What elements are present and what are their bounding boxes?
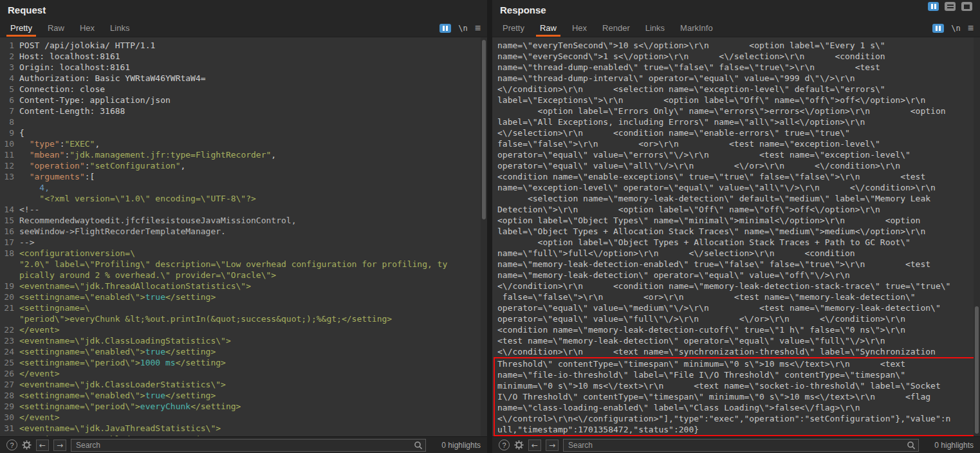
response-tabbar: PrettyRawHexRenderLinksMarkInfo \n ≡ [492,19,980,37]
response-scrollbar[interactable] [974,37,980,436]
request-line: 31<eventname=\"jdk.JavaThreadStatistics\… [0,423,487,434]
search-prev-button[interactable]: ← [528,439,541,451]
response-line: ull,"timestamp":1701358472,"status":200} [495,424,977,435]
help-icon[interactable]: ? [6,439,17,450]
response-line: name=\"thread-dump-interval\" operator=\… [492,73,980,84]
response-line: name=\"everySecond\">1 s<\/option>\r\n <… [492,51,980,62]
request-line: 25<settingname=\"period\">1000 ms</setti… [0,357,487,368]
search-next-button[interactable]: → [53,439,66,451]
newline-toggle-icon[interactable]: \n [458,24,467,33]
request-line: "2.0\" label=\"Profiling\" description=\… [0,259,487,270]
search-magnifier-icon [414,441,423,452]
response-line: operator=\"equal\" value=\"medium\"\/>\r… [492,302,980,313]
request-line: 15Recommendedwaytoedit.jfcfilesistouseJa… [0,215,487,226]
request-line: 21<settingname=\ [0,302,487,313]
response-line: name=\"class-loading-enabled\" label=\"C… [495,402,977,413]
layout-rows-icon[interactable] [945,2,956,11]
request-editor[interactable]: 1POST /api/jolokia/ HTTP/1.12Host: local… [0,37,487,436]
request-scrollbar[interactable] [481,37,487,436]
search-prev-button[interactable]: ← [36,439,49,451]
newline-toggle-icon[interactable]: \n [951,24,960,33]
request-line: 3Origin: localhost:8161 [0,62,487,73]
layout-single-icon[interactable] [961,2,972,11]
tab-raw[interactable]: Raw [44,19,68,37]
message-editor-split: Request PrettyRawHexLinks \n ≡ 1POST /ap… [0,0,980,453]
response-line: name=\"full\">full<\/option>\r\n <\/sele… [492,248,980,259]
tab-links[interactable]: Links [642,19,669,37]
response-line: Threshold\" contentType=\"timespan\" min… [495,358,977,369]
editor-menu-icon[interactable]: ≡ [475,23,481,34]
wrap-toggle-icon[interactable] [439,24,451,33]
response-line: <condition name=\"enable-exceptions\" tr… [492,171,980,182]
response-line: name=\"thread-dump-enabled\" true=\"fals… [492,62,980,73]
response-title: Response [492,0,980,19]
request-line: 26</event> [0,368,487,379]
request-search-input[interactable] [71,439,426,452]
search-settings-gear-icon[interactable] [22,440,32,450]
response-line: name=\"memory-leak-detection-enabled\" t… [492,259,980,270]
request-line: 1POST /api/jolokia/ HTTP/1.1 [0,40,487,51]
request-line: 4, [0,182,487,193]
request-line: 27<eventname=\"jdk.ClassLoaderStatistics… [0,379,487,390]
response-line: <\/control>\r\n<\/configuration>"],"type… [495,413,977,424]
response-search-input[interactable] [563,439,919,452]
request-line: 9{ [0,127,487,138]
request-line: 32<settingname=\"enabled\">true</setting… [0,434,487,436]
request-line: 10 "type":"EXEC", [0,138,487,149]
response-line: minimum=\"0 s\">10 ms<\/text>\r\n <text … [495,380,977,391]
request-line: 5Connection: close [0,84,487,95]
request-line: 16seeWindow->FlightRecorderTemplateManag… [0,226,487,237]
tab-pretty[interactable]: Pretty [6,19,36,37]
response-line: <\/condition>\r\n <selection name=\"exce… [492,84,980,95]
editor-menu-icon[interactable]: ≡ [968,23,974,34]
response-line: name=\"everyTenSecond\">10 s<\/option>\r… [492,40,980,51]
response-line: <\/condition>\r\n <condition name=\"memo… [492,281,980,291]
request-line: 13 "arguments":[ [0,171,487,182]
tab-markinfo[interactable]: MarkInfo [676,19,717,37]
request-title: Request [0,0,487,19]
help-icon[interactable]: ? [499,439,510,450]
request-line: 18<configurationversion=\ [0,248,487,259]
response-line: <option label=\"Object Types\" name=\"mi… [492,215,980,226]
search-magnifier-icon [907,441,916,452]
response-line: I\/O Threshold\" contentType=\"timespan\… [495,391,977,402]
response-highlight-box: Threshold\" contentType=\"timespan\" min… [494,357,979,436]
response-line: name=\"file-io-threshold\" label=\"File … [495,369,977,380]
response-search-bar: ? ← → 0 highlights [492,436,980,453]
response-line: <option label=\"Object Types + Allocatio… [492,237,980,248]
search-next-button[interactable]: → [546,439,559,451]
wrap-toggle-icon[interactable] [932,24,944,33]
request-line: 30</event> [0,412,487,423]
response-line: operator=\"equal\" value=\"all\"\/>\r\n … [492,160,980,171]
request-line: 17--> [0,237,487,248]
request-line: 19<eventname=\"jdk.ThreadAllocationStati… [0,281,487,291]
response-line: <test name=\"memory-leak-detection\" ope… [492,335,980,346]
tab-hex[interactable]: Hex [568,19,591,37]
request-line: pically around 2 % overhead.\" provider=… [0,270,487,281]
request-line: 4Authorization: Basic YWRtaW46YWRtaW4= [0,73,487,84]
response-editor[interactable]: name=\"everyTenSecond\">10 s<\/option>\r… [492,37,980,436]
request-line: 29<settingname=\"period\">everyChunk</se… [0,401,487,412]
request-line: 28<settingname=\"enabled\">true</setting… [0,390,487,401]
response-line: operator=\"equal\" value=\"full\"\/>\r\n… [492,313,980,324]
request-line: 20<settingname=\"enabled\">true</setting… [0,291,487,302]
response-line: <option label=\"Errors Only\" name=\"err… [492,106,980,116]
request-highlight-count: 0 highlights [430,441,481,450]
tab-pretty[interactable]: Pretty [499,19,528,37]
request-line: 6Content-Type: application/json [0,95,487,106]
response-line: <\/condition>\r\n <text name=\"synchroni… [492,346,980,357]
response-line: label=\"Object Types + Allocation Stack … [492,226,980,237]
request-line: "period\">everyChunk &lt;%out.printIn(&q… [0,313,487,324]
layout-columns-icon[interactable] [928,2,939,11]
search-settings-gear-icon[interactable] [514,440,524,450]
response-pane: Response PrettyRawHexRenderLinksMarkInfo… [492,0,980,453]
request-line: 12 "operation":"setConfiguration", [0,160,487,171]
tab-raw[interactable]: Raw [536,19,560,37]
tab-links[interactable]: Links [106,19,133,37]
tab-render[interactable]: Render [598,19,634,37]
tab-hex[interactable]: Hex [76,19,98,37]
pane-divider[interactable] [487,0,492,453]
response-line: name=\"memory-leak-detection\" operator=… [492,270,980,281]
request-search-bar: ? ← → 0 highlights [0,436,487,453]
response-highlight-count: 0 highlights [923,441,974,450]
